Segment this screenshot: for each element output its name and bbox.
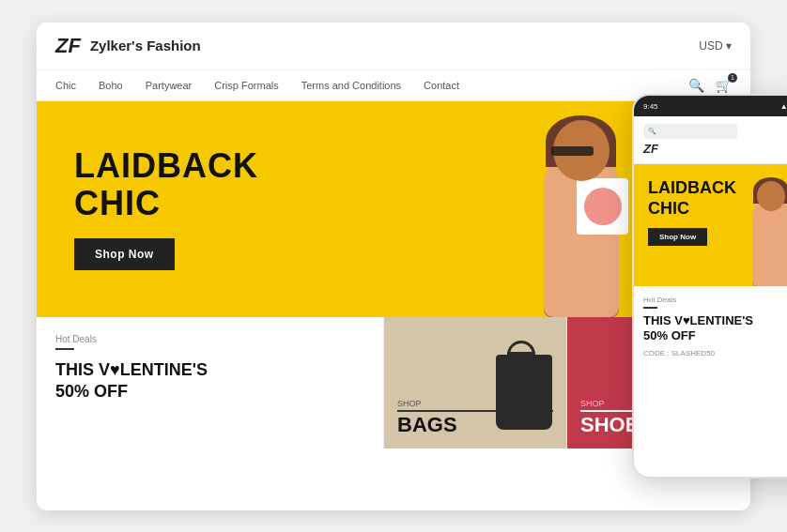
- mobile-hot-divider: [643, 307, 657, 309]
- bag-illustration: [496, 355, 557, 439]
- mobile-device: 9:45 ▲ ● ▬ 🔍 ZF ☰ LAIDBACK CHIC Shop Now…: [632, 94, 787, 479]
- logo-icon: ZF: [55, 34, 81, 58]
- hero-content: LAIDBACK CHIC Shop Now: [37, 119, 296, 298]
- mobile-valentines-text: THIS V♥LENTINE'S 50% OFF: [643, 313, 787, 345]
- search-icon[interactable]: 🔍: [688, 78, 704, 93]
- nav-item-terms[interactable]: Terms and Conditions: [301, 80, 401, 91]
- nav-icons: 🔍 🛒 1: [688, 78, 732, 93]
- mobile-search-bar[interactable]: 🔍: [643, 124, 737, 139]
- mobile-signal-icons: ▲ ● ▬: [780, 102, 787, 111]
- bags-card[interactable]: SHOP BAGS: [384, 317, 567, 448]
- cart-icon[interactable]: 🛒 1: [716, 78, 732, 93]
- hot-deals-label: Hot Deals: [55, 334, 364, 344]
- mobile-header: 🔍 ZF ☰: [634, 116, 787, 164]
- mobile-model: [748, 174, 787, 286]
- nav-item-chic[interactable]: Chic: [55, 80, 76, 91]
- nav-item-formals[interactable]: Crisp Formals: [214, 80, 278, 91]
- nav-item-boho[interactable]: Boho: [99, 80, 123, 91]
- mobile-logo: ZF: [643, 142, 737, 156]
- currency-label[interactable]: USD ▾: [699, 39, 732, 53]
- header-right: USD ▾: [699, 39, 732, 53]
- header: ZF Zylker's Fashion USD ▾: [37, 23, 750, 70]
- nav-item-partywear[interactable]: Partywear: [146, 80, 193, 91]
- logo-area: ZF Zylker's Fashion: [55, 34, 201, 58]
- mobile-bottom: Hot Deals THIS V♥LENTINE'S 50% OFF CODE …: [634, 286, 787, 367]
- mobile-hero: LAIDBACK CHIC Shop Now: [634, 164, 787, 286]
- hot-deals-divider: [55, 348, 74, 350]
- mobile-hot-deals-label: Hot Deals: [643, 296, 787, 304]
- hot-deals-section: Hot Deals THIS V♥LENTINE'S 50% OFF: [37, 317, 384, 448]
- nav-item-contact[interactable]: Contact: [424, 80, 459, 91]
- hero-title: LAIDBACK CHIC: [74, 147, 258, 221]
- shop-now-button[interactable]: Shop Now: [74, 238, 175, 270]
- logo-text: Zylker's Fashion: [90, 38, 201, 53]
- mobile-status-bar: 9:45 ▲ ● ▬: [634, 96, 787, 116]
- valentines-text: THIS V♥LENTINE'S 50% OFF: [55, 359, 364, 403]
- cart-badge: 1: [728, 73, 737, 83]
- mobile-time: 9:45: [643, 102, 658, 111]
- mobile-promo-code: CODE : SLASHED50: [643, 349, 787, 357]
- mobile-shop-now-button[interactable]: Shop Now: [648, 228, 707, 246]
